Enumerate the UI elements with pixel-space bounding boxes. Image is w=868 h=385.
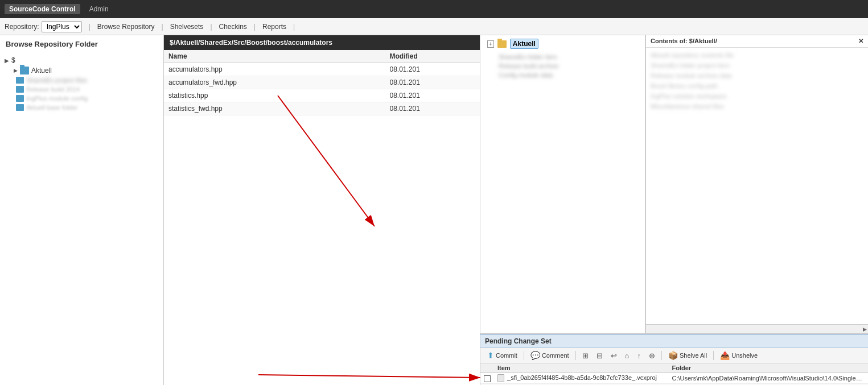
pending-row-0[interactable]: _sfi_0ab265f4f485-4b8b-a5da-9c8b7cfc733e…	[480, 373, 868, 384]
file-row-1[interactable]: accumulators_fwd.hpp 08.01.201	[164, 76, 480, 89]
far-right-header: Contents of: $/Aktuell/ ✕	[646, 35, 868, 48]
pending-item-name-0: _sfi_0ab265f4f485-4b8b-a5da-9c8b7cfc733e…	[507, 374, 657, 381]
file-name-0: accumulators.hpp	[164, 63, 385, 76]
file-modified-0: 08.01.201	[385, 63, 480, 76]
sub-item-label-1: SharedEx project files	[26, 77, 87, 84]
far-right-label-4: Boost library config path	[651, 82, 718, 89]
far-right-label-3: Release module archive data	[651, 72, 731, 79]
file-table-header: Name Modified	[164, 50, 480, 63]
aktuell-selected-label: Aktuell	[510, 39, 538, 49]
unshelve-label: Unshelve	[731, 352, 758, 359]
check-cell-0[interactable]	[480, 373, 494, 384]
toolbar-sep-4	[713, 351, 714, 360]
extra-btn-3[interactable]: ↩	[607, 350, 620, 361]
rtree-label-1: SharedEx folder item	[499, 53, 557, 60]
col-item: Item	[494, 363, 668, 373]
extra-btn-5[interactable]: ↑	[633, 350, 644, 361]
top-bar: SourceCode Control Admin	[0, 0, 868, 18]
repository-dropdown[interactable]: IngPlus	[42, 21, 82, 32]
right-panels: + Aktuell SharedEx folder item Release b…	[480, 35, 868, 385]
sub-folder-icon-3	[16, 95, 24, 102]
far-right-header-text: Contents of: $/Aktuell/	[651, 38, 717, 44]
far-right-item-6[interactable]: Miscellaneous shared files	[651, 101, 863, 111]
col-modified: Modified	[385, 50, 480, 63]
right-panels-top: + Aktuell SharedEx folder item Release b…	[480, 35, 868, 334]
file-name-3: statistics_fwd.hpp	[164, 102, 385, 115]
checkins-link[interactable]: Checkins	[215, 23, 252, 31]
comment-button[interactable]: 💬 Comment	[527, 350, 573, 361]
toolbar-sep-3	[661, 351, 662, 360]
scroll-bar-bottom[interactable]: ▶	[646, 324, 868, 333]
file-name-2: statistics.hpp	[164, 89, 385, 102]
far-right-label-2: SharedEx folder project item	[651, 62, 730, 69]
expand-plus-icon: +	[487, 40, 494, 48]
app-title: SourceCode Control	[5, 4, 80, 14]
sub-item-3[interactable]: IngPlus module config	[5, 94, 159, 103]
left-panel-title: Browse Repository Folder	[0, 35, 163, 53]
expand-arrow-icon: ▶	[5, 57, 9, 64]
file-row-3[interactable]: statistics_fwd.hpp 08.01.201	[164, 102, 480, 115]
shelve-all-button[interactable]: 📦 Shelve All	[665, 350, 710, 361]
file-icon-0	[497, 374, 504, 382]
file-row-0[interactable]: accumulators.hpp 08.01.201	[164, 63, 480, 76]
rtree-item-1[interactable]: SharedEx folder item	[485, 52, 640, 61]
folder-yellow-icon	[497, 40, 507, 48]
toolbar-sep-1	[524, 351, 524, 360]
rtree-label-3: Config module data	[499, 72, 553, 78]
sub-item-4[interactable]: Aktuell base folder	[5, 103, 159, 112]
far-right-item-3[interactable]: Release module archive data	[651, 71, 863, 81]
far-right-label-5: IngPlus solution workspace	[651, 93, 726, 100]
far-right-item-1[interactable]: Aktuell repository contents file	[651, 50, 863, 60]
annotation-container: Name Modified accumulators.hpp 08.01.201…	[164, 50, 480, 385]
browse-repository-link[interactable]: Browse Repository	[93, 23, 159, 31]
extra-btn-1[interactable]: ⊞	[579, 350, 592, 361]
folder-aktuell-icon	[20, 67, 29, 74]
rtree-item-3[interactable]: Config module data	[485, 71, 640, 80]
tree-item-aktuell[interactable]: ▶ Aktuell	[5, 65, 159, 76]
pending-folder-0: C:\Users\mk\AppData\Roaming\Microsoft\Vi…	[668, 373, 868, 384]
comment-label: Comment	[542, 352, 569, 359]
repository-label: Repository:	[5, 23, 39, 31]
pending-table-header: Item Folder	[480, 363, 868, 373]
tree-area: ▶ $ ▶ Aktuell SharedEx project files Rel…	[0, 53, 163, 385]
extra-btn-2[interactable]: ⊟	[593, 350, 606, 361]
col-check	[480, 363, 494, 373]
aktuell-label: Aktuell	[31, 67, 52, 74]
shelvesets-link[interactable]: Shelvesets	[166, 23, 208, 31]
tree-root[interactable]: ▶ $	[5, 55, 159, 65]
extra-btn-6[interactable]: ⊕	[645, 350, 659, 361]
far-right-label-6: Miscellaneous shared files	[651, 103, 724, 110]
far-right-item-2[interactable]: SharedEx folder project item	[651, 60, 863, 71]
far-right-label-1: Aktuell repository contents file	[651, 52, 734, 59]
unshelve-button[interactable]: 📤 Unshelve	[717, 350, 761, 361]
comment-icon: 💬	[530, 351, 540, 360]
sub-item-2[interactable]: Release build 2014	[5, 85, 159, 94]
extra-btn-4[interactable]: ⌂	[622, 350, 633, 361]
col-folder: Folder	[668, 363, 868, 373]
far-right-item-5[interactable]: IngPlus solution workspace	[651, 91, 863, 101]
close-icon[interactable]: ✕	[858, 38, 863, 45]
commit-label: Commit	[496, 352, 517, 359]
col-name: Name	[164, 50, 385, 63]
nav-sep-3: |	[210, 23, 212, 31]
nav-sep-4: |	[254, 23, 256, 31]
tree-root-label: $	[11, 56, 15, 64]
left-panel: Browse Repository Folder ▶ $ ▶ Aktuell S…	[0, 35, 164, 385]
pending-table-container: Item Folder _sfi_0ab265f4f485-	[480, 363, 868, 385]
file-name-1: accumulators_fwd.hpp	[164, 76, 385, 89]
rtree-item-2[interactable]: Release build archive	[485, 61, 640, 71]
sub-item-label-4: Aktuell base folder	[26, 104, 78, 111]
far-right-item-4[interactable]: Boost library config path	[651, 81, 863, 91]
file-row-2[interactable]: statistics.hpp 08.01.201	[164, 89, 480, 102]
commit-button[interactable]: ⬆ Commit	[484, 350, 521, 361]
rtree-expand-row[interactable]: + Aktuell	[485, 38, 640, 50]
path-header: $/Aktuell/SharedEx/Src/Boost/boost/accum…	[164, 35, 480, 50]
sub-item-1[interactable]: SharedEx project files	[5, 76, 159, 85]
shelve-all-label: Shelve All	[680, 352, 707, 359]
nav-sep-1: |	[89, 23, 90, 31]
checkbox-0[interactable]	[484, 375, 491, 382]
rtree-label-2: Release build archive	[499, 63, 558, 69]
reports-link[interactable]: Reports	[258, 23, 291, 31]
nav-sep-2: |	[162, 23, 163, 31]
file-modified-1: 08.01.201	[385, 76, 480, 89]
